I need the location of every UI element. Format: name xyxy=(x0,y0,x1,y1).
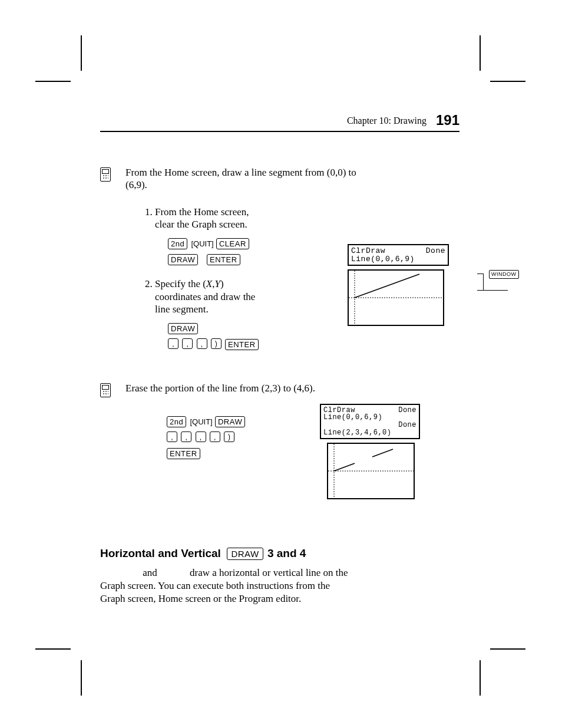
callout-connector xyxy=(477,274,484,291)
step2-line3: line segment. xyxy=(155,304,209,315)
key-comma xyxy=(168,338,178,349)
chapter-label: Chapter 10: Drawing xyxy=(347,116,427,126)
step1-line1: From the Home screen, xyxy=(155,206,249,218)
example1-intro-b: (6,9). xyxy=(125,179,147,190)
key-enter-2: ENTER xyxy=(225,339,259,350)
example-2: Erase the portion of the line from (2,3)… xyxy=(100,382,459,526)
header-rule xyxy=(100,131,459,132)
key-comma xyxy=(181,431,191,442)
lcd-text-screen: ClrDrawDone Line(0,0,6,9) xyxy=(348,244,449,266)
page-number: 191 xyxy=(436,112,459,128)
key-enter: ENTER xyxy=(167,448,200,459)
section-heading: Horizontal and Vertical DRAW 3 and 4 xyxy=(100,546,459,561)
key-comma xyxy=(182,338,193,349)
key-comma xyxy=(196,431,206,442)
svg-line-6 xyxy=(372,449,393,457)
key-quit-label: [QUIT] xyxy=(191,239,213,248)
key-2nd: 2nd xyxy=(168,238,187,249)
key-comma xyxy=(210,431,220,442)
lcd-graph-screen-2 xyxy=(327,443,415,499)
calculator-icon xyxy=(100,383,111,397)
calculator-icon xyxy=(100,167,111,182)
key-2nd: 2nd xyxy=(167,416,186,427)
key-draw: DRAW xyxy=(215,416,245,427)
step1-line2: clear the Graph screen. xyxy=(155,219,247,230)
key-draw-heading: DRAW xyxy=(227,548,263,560)
step2-line1: Specify the (X,Y) xyxy=(155,278,224,289)
svg-line-5 xyxy=(334,463,355,471)
example1-intro: From the Home screen, draw a line segmen… xyxy=(125,167,356,178)
callout-connector-h xyxy=(477,290,508,291)
example2-intro: Erase the portion of the line from (2,3)… xyxy=(125,383,315,394)
key-comma xyxy=(197,338,207,349)
key-enter: ENTER xyxy=(207,254,240,265)
key-quit-label: [QUIT] xyxy=(190,417,212,426)
example1-screens: ClrDrawDone Line(0,0,6,9) xyxy=(348,244,483,326)
svg-line-2 xyxy=(355,274,419,298)
example2-screens: ClrDrawDone Line(0,0,6,9) Done Line(2,3,… xyxy=(320,404,420,499)
running-head: Chapter 10: Drawing 191 xyxy=(100,112,459,129)
section-body: and draw a horizontal or vertical line o… xyxy=(100,566,459,605)
key-close-paren xyxy=(211,338,222,349)
window-key-label: WINDOW xyxy=(489,270,519,279)
example-1: From the Home screen, draw a line segmen… xyxy=(100,166,459,363)
key-draw-2: DRAW xyxy=(168,323,198,334)
key-close-paren xyxy=(224,431,234,442)
lcd-text-screen-2: ClrDrawDone Line(0,0,6,9) Done Line(2,3,… xyxy=(320,404,420,439)
key-draw: DRAW xyxy=(168,254,198,265)
step2-line2: coordinates and draw the xyxy=(155,291,255,302)
key-comma xyxy=(167,431,177,442)
lcd-graph-screen xyxy=(348,269,444,326)
key-clear: CLEAR xyxy=(216,238,249,249)
